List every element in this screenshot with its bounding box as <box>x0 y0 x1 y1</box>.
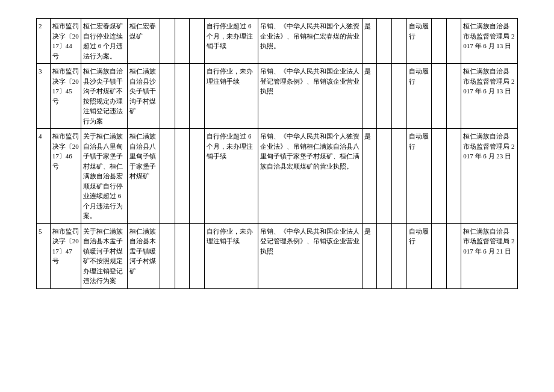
cell-index: 4 <box>37 129 51 224</box>
cell-empty <box>446 19 461 64</box>
cell-empty <box>377 19 392 64</box>
cell-penalty: 吊销、《中华人民共和国个人独资企业法》、吊销桓仁宏春煤的营业执照。 <box>258 19 362 64</box>
cell-violation: 自行停业，未办理注销手续 <box>205 64 258 129</box>
penalty-table: 2桓市监罚决字〔2017〕44 号桓仁宏春煤矿自行停业连续超过 6 个月违法行为… <box>36 18 518 289</box>
cell-empty <box>431 129 446 224</box>
cell-empty <box>431 19 446 64</box>
cell-authority: 桓仁满族自治县市场监督管理局 2017 年 6 月 13 日 <box>461 64 518 129</box>
cell-doc-no: 桓市监罚决字〔2017〕44 号 <box>50 19 81 64</box>
cell-empty <box>190 19 205 64</box>
cell-violation: 自行停业超过 6 个月，未办理注销手续 <box>205 129 258 224</box>
cell-violation: 自行停业，未办理注销手续 <box>205 223 258 288</box>
cell-case-name: 关于桓仁满族自治县木盂子镇暖河子村煤矿不按照规定办理注销登记违法行为案 <box>81 223 127 288</box>
cell-empty <box>190 129 205 224</box>
cell-empty <box>190 223 205 288</box>
cell-penalty: 吊销、《中华人民共和国个人独资企业法》、吊销桓仁满族自治县八里甸子镇于家堡子村煤… <box>258 129 362 224</box>
cell-empty <box>431 223 446 288</box>
cell-empty <box>446 223 461 288</box>
table-row: 2桓市监罚决字〔2017〕44 号桓仁宏春煤矿自行停业连续超过 6 个月违法行为… <box>37 19 518 64</box>
cell-empty <box>160 129 175 224</box>
cell-yes-flag: 是 <box>362 64 377 129</box>
cell-authority: 桓仁满族自治县市场监督管理局 2017 年 6 月 23 日 <box>461 129 518 224</box>
cell-empty <box>391 64 406 129</box>
cell-case-name: 关于桓仁满族自治县八里甸子镇于家堡子村煤矿、桓仁满族自治县宏顺煤矿自行停业连续超… <box>81 129 127 224</box>
table-row: 4桓市监罚决字〔2017〕46 号关于桓仁满族自治县八里甸子镇于家堡子村煤矿、桓… <box>37 129 518 224</box>
cell-empty <box>446 64 461 129</box>
cell-empty <box>391 19 406 64</box>
cell-case-name: 桓仁满族自治县沙尖子镇干沟子村煤矿不按照规定办理注销登记违法行为案 <box>81 64 127 129</box>
cell-performance: 自动履行 <box>406 223 431 288</box>
cell-penalty: 吊销、《中华人民共和国企业法人登记管理条例》、吊销该企业营业执照 <box>258 223 362 288</box>
cell-empty <box>391 129 406 224</box>
cell-penalty: 吊销、《中华人民共和国企业法人登记管理条例》、吊销该企业营业执照 <box>258 64 362 129</box>
table-row: 3桓市监罚决字〔2017〕45 号桓仁满族自治县沙尖子镇干沟子村煤矿不按照规定办… <box>37 64 518 129</box>
cell-index: 2 <box>37 19 51 64</box>
cell-empty <box>431 64 446 129</box>
cell-yes-flag: 是 <box>362 223 377 288</box>
cell-index: 5 <box>37 223 51 288</box>
cell-doc-no: 桓市监罚决字〔2017〕46 号 <box>50 129 81 224</box>
cell-party: 桓仁满族自治县木盂子镇暖河子村煤矿 <box>127 223 160 288</box>
cell-empty <box>175 19 190 64</box>
cell-empty <box>160 19 175 64</box>
cell-performance: 自动履行 <box>406 19 431 64</box>
cell-index: 3 <box>37 64 51 129</box>
cell-empty <box>190 64 205 129</box>
cell-empty <box>377 129 392 224</box>
cell-case-name: 桓仁宏春煤矿自行停业连续超过 6 个月违法行为案。 <box>81 19 127 64</box>
cell-performance: 自动履行 <box>406 64 431 129</box>
cell-authority: 桓仁满族自治县市场监督管理局 2017 年 6 月 21 日 <box>461 223 518 288</box>
cell-authority: 桓仁满族自治县市场监督管理局 2017 年 6 月 13 日 <box>461 19 518 64</box>
table-row: 5桓市监罚决字〔2017〕47 号关于桓仁满族自治县木盂子镇暖河子村煤矿不按照规… <box>37 223 518 288</box>
cell-party: 桓仁满族自治县八里甸子镇于家堡子村煤矿 <box>127 129 160 224</box>
cell-empty <box>377 64 392 129</box>
cell-empty <box>446 129 461 224</box>
cell-party: 桓仁满族自治县沙尖子镇干沟子村煤矿 <box>127 64 160 129</box>
cell-empty <box>175 64 190 129</box>
cell-violation: 自行停业超过 6 个月，未办理注销手续 <box>205 19 258 64</box>
cell-empty <box>175 129 190 224</box>
cell-performance: 自动履行 <box>406 129 431 224</box>
cell-empty <box>175 223 190 288</box>
cell-doc-no: 桓市监罚决字〔2017〕45 号 <box>50 64 81 129</box>
cell-empty <box>160 223 175 288</box>
cell-yes-flag: 是 <box>362 129 377 224</box>
cell-empty <box>377 223 392 288</box>
cell-empty <box>391 223 406 288</box>
cell-empty <box>160 64 175 129</box>
cell-party: 桓仁宏春煤矿 <box>127 19 160 64</box>
cell-yes-flag: 是 <box>362 19 377 64</box>
cell-doc-no: 桓市监罚决字〔2017〕47 号 <box>50 223 81 288</box>
